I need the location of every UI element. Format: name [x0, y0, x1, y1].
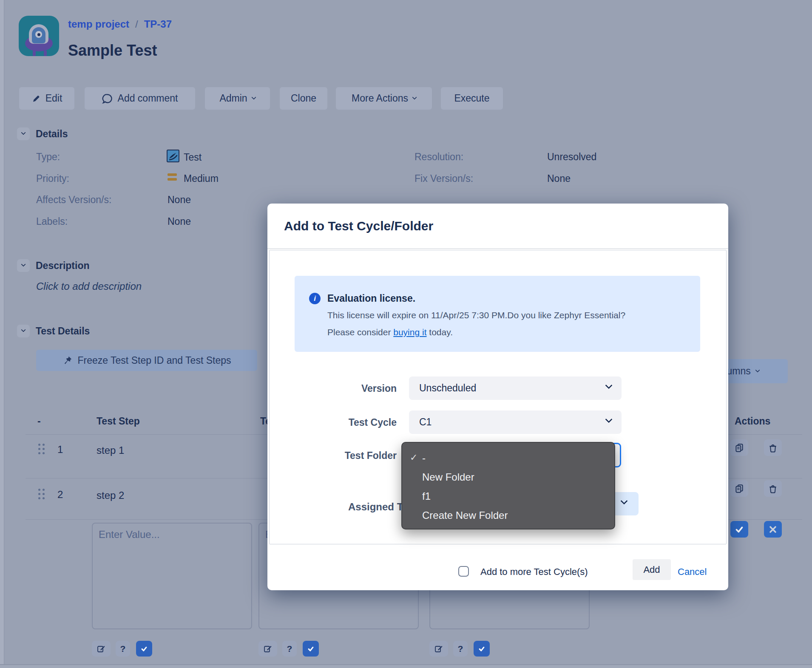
menu-option-label: f1 [422, 490, 431, 502]
test-cycle-select[interactable]: C1 [409, 410, 622, 434]
more-actions-button[interactable]: More Actions [336, 87, 432, 110]
copy-icon [734, 484, 744, 494]
chevron-down-icon [21, 262, 26, 266]
cancel-button[interactable]: Cancel [678, 566, 707, 577]
dialog-header-divider [267, 248, 728, 249]
copy-step-button[interactable] [730, 480, 748, 497]
test-details-collapse-button[interactable] [17, 325, 30, 337]
avatar-alien-leg [33, 51, 36, 56]
delete-step-button[interactable] [764, 480, 782, 497]
menu-option-new-folder[interactable]: New Folder [402, 467, 614, 487]
help-button[interactable]: ? [116, 641, 130, 657]
menu-option-f1[interactable]: f1 [402, 487, 614, 506]
rich-edit-button[interactable] [429, 641, 448, 657]
menu-option-label: Create New Folder [422, 509, 508, 521]
execute-button[interactable]: Execute [441, 87, 503, 110]
description-collapse-button[interactable] [17, 259, 30, 272]
trash-icon [768, 443, 778, 453]
fix-version-value: None [547, 173, 571, 184]
editor-toolbar: ? [429, 641, 493, 657]
step-number: 1 [57, 444, 63, 456]
chevron-down-icon [755, 368, 760, 372]
rich-edit-button[interactable] [258, 641, 277, 657]
help-button[interactable]: ? [282, 641, 297, 657]
chevron-down-icon [412, 95, 417, 99]
apply-checkbox[interactable] [136, 641, 152, 657]
close-icon [768, 525, 778, 534]
test-details-heading: Test Details [36, 326, 90, 337]
chevron-down-icon [621, 498, 628, 505]
add-comment-button[interactable]: Add comment [85, 87, 195, 110]
cancel-button-label: Cancel [678, 566, 707, 577]
menu-option-create-new-folder[interactable]: Create New Folder [402, 506, 614, 525]
menu-option-none[interactable]: ✓ - [402, 448, 614, 467]
test-type-icon [167, 150, 179, 162]
copy-step-button[interactable] [730, 439, 748, 456]
license-line2-prefix: Please consider [327, 327, 393, 337]
test-step-editor[interactable] [92, 523, 252, 629]
cancel-step-button[interactable] [764, 521, 782, 538]
add-comment-button-label: Add comment [118, 93, 178, 104]
fix-version-label: Fix Version/s: [415, 173, 473, 184]
chevron-down-icon [251, 95, 256, 99]
version-select[interactable]: Unscheduled [409, 376, 622, 400]
chevron-down-icon [21, 327, 26, 332]
freeze-test-steps-button[interactable]: Freeze Test Step ID and Test Steps [36, 350, 257, 371]
version-label: Version [320, 383, 397, 394]
confirm-step-button[interactable] [730, 521, 748, 538]
comment-icon [102, 93, 113, 104]
edit-button[interactable]: Edit [19, 87, 74, 110]
affects-version-label: Affects Version/s: [36, 194, 111, 206]
buy-license-link[interactable]: buying it [393, 327, 426, 337]
apply-checkbox[interactable] [303, 641, 319, 657]
admin-button-label: Admin [219, 93, 247, 104]
freeze-test-steps-label: Freeze Test Step ID and Test Steps [78, 355, 231, 366]
breadcrumb: temp project / TP-37 [68, 18, 172, 31]
chevron-down-icon [21, 130, 26, 135]
description-placeholder[interactable]: Click to add description [36, 280, 142, 292]
step-text[interactable]: step 2 [97, 490, 124, 501]
assignee-label: Assigned To [348, 501, 409, 513]
column-header-test-step: Test Step [97, 416, 140, 427]
step-text[interactable]: step 1 [97, 444, 124, 456]
delete-step-button[interactable] [764, 439, 782, 456]
type-value: Test [184, 152, 202, 163]
license-banner-line2: Please consider buying it today. [327, 327, 453, 337]
selected-check-icon: ✓ [410, 452, 417, 463]
description-heading: Description [36, 260, 90, 272]
chevron-down-icon [605, 416, 613, 423]
dialog-title: Add to Test Cycle/Folder [284, 219, 433, 233]
info-icon: i [309, 293, 321, 304]
license-banner-line1: This license will expire on 11/Apr/25 7:… [327, 310, 625, 320]
check-icon [734, 524, 744, 535]
drag-handle-icon[interactable] [38, 489, 40, 491]
menu-option-label: - [422, 452, 426, 464]
resolution-value: Unresolved [547, 151, 596, 163]
clone-button-label: Clone [291, 93, 316, 104]
test-cycle-label: Test Cycle [320, 417, 397, 428]
project-avatar[interactable] [19, 16, 59, 56]
chevron-down-icon [605, 382, 613, 389]
help-button-label: ? [458, 644, 463, 654]
breadcrumb-project-link[interactable]: temp project [68, 18, 129, 30]
breadcrumb-issue-key-link[interactable]: TP-37 [144, 18, 172, 30]
more-actions-button-label: More Actions [352, 93, 408, 104]
apply-checkbox[interactable] [474, 641, 490, 657]
add-button[interactable]: Add [633, 559, 671, 580]
details-collapse-button[interactable] [17, 127, 30, 140]
editor-toolbar: ? [92, 641, 156, 657]
add-to-more-cycles-checkbox[interactable] [458, 566, 469, 577]
test-folder-dropdown-menu: ✓ - New Folder f1 Create New Folder [401, 442, 615, 529]
clone-button[interactable]: Clone [280, 87, 327, 110]
trash-icon [768, 484, 778, 494]
drag-handle-icon[interactable] [38, 444, 40, 446]
edit-button-label: Edit [45, 93, 62, 104]
admin-menu-button[interactable]: Admin [205, 87, 270, 110]
menu-option-label: New Folder [422, 471, 474, 483]
help-button[interactable]: ? [453, 641, 468, 657]
license-banner: i Evaluation license. This license will … [295, 276, 700, 352]
rich-edit-button[interactable] [92, 641, 111, 657]
priority-medium-icon [168, 173, 177, 181]
compose-icon [97, 644, 106, 654]
help-button-label: ? [120, 644, 126, 654]
